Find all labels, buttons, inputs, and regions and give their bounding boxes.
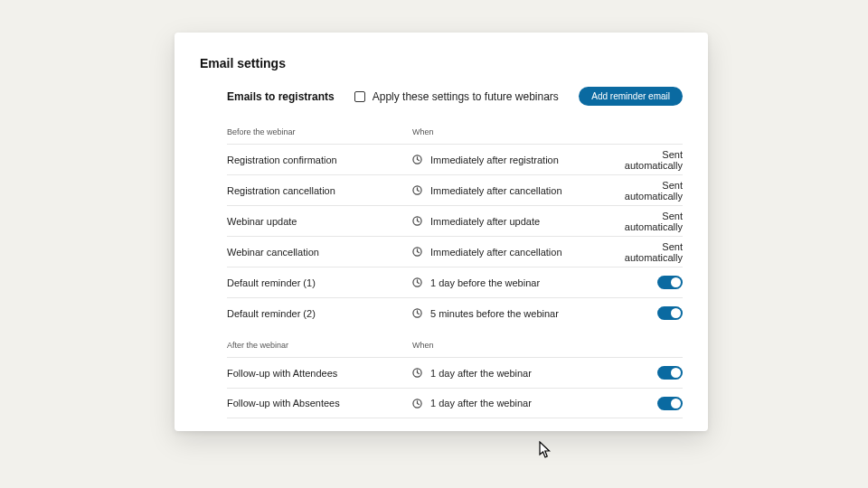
subhead: Emails to registrants (227, 90, 335, 103)
email-name: Webinar update (227, 216, 412, 227)
when-cell: 1 day before the webinar (412, 277, 620, 288)
table-row: Webinar cancellation Immediately after c… (227, 236, 683, 267)
when-text: 5 minutes before the webinar (430, 308, 559, 319)
when-text: 1 day before the webinar (430, 277, 540, 288)
table-header-after: After the webinar When (227, 328, 683, 357)
when-text: Immediately after update (430, 216, 540, 227)
apply-future-checkbox[interactable]: Apply these settings to future webinars (354, 90, 559, 103)
email-name: Default reminder (2) (227, 308, 412, 319)
when-cell: Immediately after update (412, 216, 620, 227)
status-text: Sent automatically (620, 211, 683, 232)
clock-icon (412, 308, 422, 318)
cursor-icon (539, 441, 552, 459)
add-reminder-email-button[interactable]: Add reminder email (579, 87, 683, 106)
table-row: Follow-up with Attendees 1 day after the… (227, 357, 683, 388)
clock-icon (412, 155, 422, 164)
table-row: Follow-up with Absentees 1 day after the… (227, 388, 683, 418)
table-header-before: Before the webinar When (227, 115, 683, 144)
email-table: Before the webinar When Registration con… (200, 115, 683, 418)
when-cell: Immediately after cancellation (412, 247, 620, 258)
clock-icon (412, 277, 422, 287)
email-name: Follow-up with Absentees (227, 398, 412, 408)
when-text: Immediately after registration (430, 155, 559, 165)
when-text: Immediately after cancellation (430, 185, 562, 196)
status-text: Sent automatically (620, 241, 683, 263)
clock-icon (412, 247, 422, 257)
table-row: Registration cancellation Immediately af… (227, 174, 683, 205)
when-text: Immediately after cancellation (430, 247, 562, 258)
subhead-row: Emails to registrants Apply these settin… (200, 87, 683, 106)
status-text: Sent automatically (620, 180, 683, 202)
when-text: 1 day after the webinar (430, 398, 532, 408)
email-name: Default reminder (1) (227, 277, 412, 288)
toggle-switch[interactable] (657, 366, 683, 380)
when-cell: 1 day after the webinar (412, 368, 620, 379)
status-text: Sent automatically (620, 149, 683, 171)
panel-title: Email settings (200, 56, 683, 70)
when-cell: 1 day after the webinar (412, 398, 620, 408)
table-row: Registration confirmation Immediately af… (227, 144, 683, 174)
table-row: Webinar update Immediately after update … (227, 205, 683, 236)
col-before-label: Before the webinar (227, 127, 412, 136)
col-when-label: When (412, 127, 620, 136)
col-when-label: When (412, 341, 620, 350)
when-cell: 5 minutes before the webinar (412, 308, 620, 319)
table-row: Default reminder (2) 5 minutes before th… (227, 297, 683, 328)
clock-icon (412, 368, 422, 378)
clock-icon (412, 185, 422, 195)
email-settings-panel: Email settings Emails to registrants App… (175, 33, 708, 431)
clock-icon (412, 216, 422, 226)
clock-icon (412, 399, 422, 408)
when-cell: Immediately after cancellation (412, 185, 620, 196)
toggle-switch[interactable] (657, 276, 683, 289)
when-text: 1 day after the webinar (430, 368, 532, 379)
email-name: Webinar cancellation (227, 247, 412, 258)
when-cell: Immediately after registration (412, 155, 620, 165)
checkbox-icon (354, 91, 365, 102)
email-name: Registration confirmation (227, 155, 412, 165)
email-name: Follow-up with Attendees (227, 368, 412, 379)
toggle-switch[interactable] (657, 306, 683, 320)
apply-future-label: Apply these settings to future webinars (373, 90, 559, 103)
table-row: Default reminder (1) 1 day before the we… (227, 267, 683, 297)
toggle-switch[interactable] (657, 397, 683, 410)
col-after-label: After the webinar (227, 341, 412, 350)
email-name: Registration cancellation (227, 185, 412, 196)
